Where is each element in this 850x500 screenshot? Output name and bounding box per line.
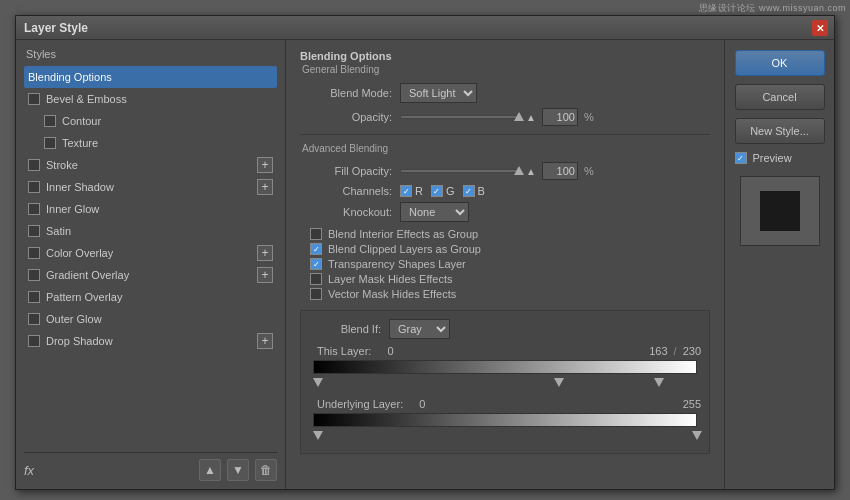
vector-mask-hides-checkbox[interactable] bbox=[310, 288, 322, 300]
opacity-track bbox=[400, 115, 520, 119]
delete-button[interactable]: 🗑 bbox=[255, 459, 277, 481]
fill-opacity-row: Fill Opacity: ▲ % bbox=[300, 162, 710, 180]
stroke-checkbox[interactable] bbox=[28, 159, 40, 171]
footer-icons: ▲ ▼ 🗑 bbox=[199, 459, 277, 481]
channels-controls: R G B bbox=[400, 185, 485, 197]
move-down-button[interactable]: ▼ bbox=[227, 459, 249, 481]
underlying-layer-thumb-left[interactable] bbox=[313, 431, 323, 440]
fill-opacity-slider[interactable] bbox=[400, 163, 520, 179]
sidebar-item-satin[interactable]: Satin bbox=[24, 220, 277, 242]
preview-label: Preview bbox=[753, 152, 792, 164]
sidebar-item-stroke[interactable]: Stroke + bbox=[24, 154, 277, 176]
blend-mode-row: Blend Mode: Soft Light bbox=[300, 83, 710, 103]
transparency-shapes-checkbox[interactable] bbox=[310, 258, 322, 270]
sidebar-item-bevel-emboss[interactable]: Bevel & Emboss bbox=[24, 88, 277, 110]
blend-mode-select[interactable]: Soft Light bbox=[400, 83, 477, 103]
opacity-arrow: ▲ bbox=[526, 112, 536, 123]
general-blending-label: General Blending bbox=[300, 64, 710, 75]
knockout-label: Knockout: bbox=[300, 206, 400, 218]
drop-shadow-add-button[interactable]: + bbox=[257, 333, 273, 349]
layer-mask-hides-checkbox[interactable] bbox=[310, 273, 322, 285]
styles-list: Blending Options Bevel & Emboss Contour … bbox=[24, 66, 277, 452]
new-style-button[interactable]: New Style... bbox=[735, 118, 825, 144]
this-layer-thumb-mid-right[interactable] bbox=[654, 378, 664, 387]
dialog-body: Styles Blending Options Bevel & Emboss C… bbox=[16, 40, 834, 489]
preview-box bbox=[740, 176, 820, 246]
satin-checkbox[interactable] bbox=[28, 225, 40, 237]
this-layer-thumb-mid-left[interactable] bbox=[554, 378, 564, 387]
texture-checkbox[interactable] bbox=[44, 137, 56, 149]
inner-shadow-label: Inner Shadow bbox=[46, 181, 114, 193]
transparency-shapes-label: Transparency Shapes Layer bbox=[328, 258, 466, 270]
sidebar-item-inner-shadow[interactable]: Inner Shadow + bbox=[24, 176, 277, 198]
sidebar-item-color-overlay[interactable]: Color Overlay + bbox=[24, 242, 277, 264]
sidebar-item-gradient-overlay[interactable]: Gradient Overlay + bbox=[24, 264, 277, 286]
drop-shadow-checkbox[interactable] bbox=[28, 335, 40, 347]
blend-clipped-checkbox[interactable] bbox=[310, 243, 322, 255]
move-up-button[interactable]: ▲ bbox=[199, 459, 221, 481]
inner-shadow-add-button[interactable]: + bbox=[257, 179, 273, 195]
channel-g-label: G bbox=[446, 185, 455, 197]
blend-clipped-label: Blend Clipped Layers as Group bbox=[328, 243, 481, 255]
opacity-input[interactable] bbox=[542, 108, 578, 126]
opacity-unit: % bbox=[584, 111, 594, 123]
underlying-layer-max: 255 bbox=[683, 398, 701, 410]
this-layer-thumb-left[interactable] bbox=[313, 378, 323, 387]
sidebar-item-inner-glow[interactable]: Inner Glow bbox=[24, 198, 277, 220]
blend-interior-label: Blend Interior Effects as Group bbox=[328, 228, 478, 240]
stroke-add-button[interactable]: + bbox=[257, 157, 273, 173]
gradient-overlay-label: Gradient Overlay bbox=[46, 269, 129, 281]
bevel-emboss-checkbox[interactable] bbox=[28, 93, 40, 105]
close-button[interactable]: ✕ bbox=[812, 20, 828, 36]
option-transparency-shapes: Transparency Shapes Layer bbox=[310, 258, 710, 270]
cancel-button[interactable]: Cancel bbox=[735, 84, 825, 110]
channel-r: R bbox=[400, 185, 423, 197]
color-overlay-add-button[interactable]: + bbox=[257, 245, 273, 261]
channels-row: Channels: R G B bbox=[300, 185, 710, 197]
drop-shadow-label: Drop Shadow bbox=[46, 335, 113, 347]
sidebar-item-blending-options[interactable]: Blending Options bbox=[24, 66, 277, 88]
knockout-select[interactable]: None Shallow Deep bbox=[400, 202, 469, 222]
opacity-thumb[interactable] bbox=[514, 112, 524, 121]
sidebar-item-drop-shadow[interactable]: Drop Shadow + bbox=[24, 330, 277, 352]
this-layer-min: 0 bbox=[387, 345, 393, 357]
sidebar-item-pattern-overlay[interactable]: Pattern Overlay bbox=[24, 286, 277, 308]
fill-opacity-track bbox=[400, 169, 520, 173]
color-overlay-label: Color Overlay bbox=[46, 247, 113, 259]
contour-checkbox[interactable] bbox=[44, 115, 56, 127]
gradient-overlay-checkbox[interactable] bbox=[28, 269, 40, 281]
fill-opacity-input[interactable] bbox=[542, 162, 578, 180]
outer-glow-checkbox[interactable] bbox=[28, 313, 40, 325]
this-layer-thumbs bbox=[313, 378, 697, 392]
preview-checkbox[interactable] bbox=[735, 152, 747, 164]
this-layer-label: This Layer: bbox=[317, 345, 371, 357]
dialog-title: Layer Style bbox=[24, 21, 88, 35]
sidebar-item-contour[interactable]: Contour bbox=[24, 110, 277, 132]
channel-r-checkbox[interactable] bbox=[400, 185, 412, 197]
underlying-layer-thumb-right[interactable] bbox=[692, 431, 702, 440]
blend-if-select[interactable]: Gray Red Green Blue bbox=[389, 319, 450, 339]
watermark: 思缘设计论坛 www.missyuan.com bbox=[699, 2, 846, 15]
channel-b-checkbox[interactable] bbox=[463, 185, 475, 197]
inner-shadow-checkbox[interactable] bbox=[28, 181, 40, 193]
sidebar-item-outer-glow[interactable]: Outer Glow bbox=[24, 308, 277, 330]
fill-opacity-thumb[interactable] bbox=[514, 166, 524, 175]
channel-b: B bbox=[463, 185, 485, 197]
layer-mask-hides-label: Layer Mask Hides Effects bbox=[328, 273, 453, 285]
color-overlay-checkbox[interactable] bbox=[28, 247, 40, 259]
inner-glow-checkbox[interactable] bbox=[28, 203, 40, 215]
this-layer-mid1: 163 bbox=[649, 345, 667, 357]
sidebar-item-texture[interactable]: Texture bbox=[24, 132, 277, 154]
title-bar: Layer Style ✕ bbox=[16, 16, 834, 40]
middle-panel: Blending Options General Blending Blend … bbox=[286, 40, 724, 489]
channel-g-checkbox[interactable] bbox=[431, 185, 443, 197]
opacity-slider[interactable] bbox=[400, 109, 520, 125]
stroke-label: Stroke bbox=[46, 159, 78, 171]
blend-if-row: Blend If: Gray Red Green Blue bbox=[309, 319, 701, 339]
satin-label: Satin bbox=[46, 225, 71, 237]
pattern-overlay-checkbox[interactable] bbox=[28, 291, 40, 303]
blend-interior-checkbox[interactable] bbox=[310, 228, 322, 240]
outer-glow-label: Outer Glow bbox=[46, 313, 102, 325]
gradient-overlay-add-button[interactable]: + bbox=[257, 267, 273, 283]
ok-button[interactable]: OK bbox=[735, 50, 825, 76]
